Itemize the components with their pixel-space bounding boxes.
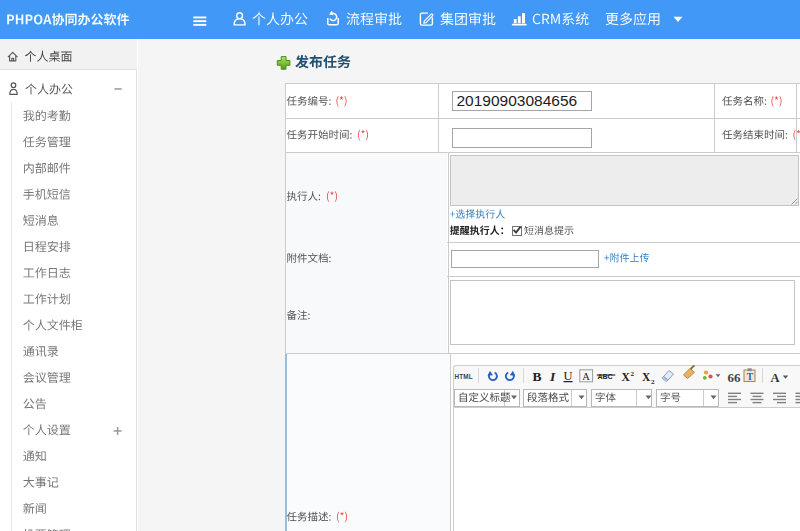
svg-text:ABC: ABC <box>598 373 613 380</box>
svg-text:X: X <box>622 371 631 383</box>
svg-text:2: 2 <box>651 378 655 386</box>
svg-text:66: 66 <box>728 370 742 385</box>
svg-text:A: A <box>771 371 780 385</box>
svg-text:20190903084656: 20190903084656 <box>457 92 578 109</box>
svg-text:HTML: HTML <box>455 373 473 380</box>
svg-text:T: T <box>747 372 754 382</box>
svg-text:U: U <box>564 369 573 383</box>
svg-text:B: B <box>533 369 542 384</box>
svg-text:X: X <box>642 371 651 383</box>
svg-text:I: I <box>549 369 556 384</box>
svg-text:A: A <box>582 371 590 382</box>
svg-text:2: 2 <box>631 370 635 378</box>
